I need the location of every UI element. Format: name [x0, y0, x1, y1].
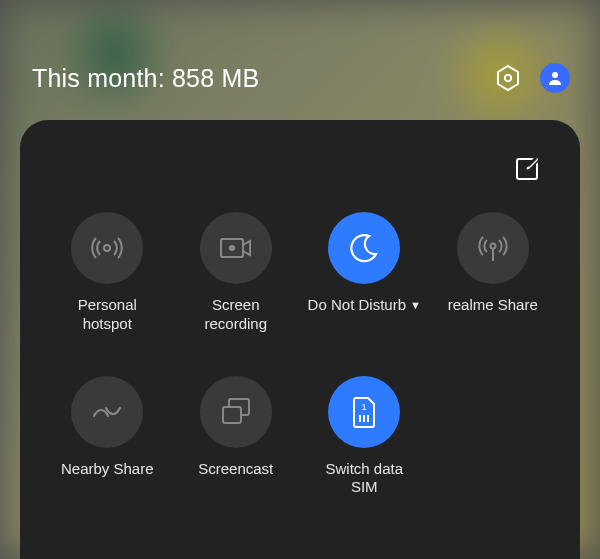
tile-circle: [200, 376, 272, 448]
tile-label: Do Not Disturb▼: [308, 296, 421, 315]
tile-screencast[interactable]: Screencast: [175, 376, 298, 498]
hexagon-settings-icon: [494, 64, 522, 92]
svg-point-1: [505, 75, 511, 81]
status-header: This month: 858 MB: [0, 60, 600, 96]
tile-label: Personal hotspot: [78, 296, 137, 334]
tile-nearby-share[interactable]: Nearby Share: [46, 376, 169, 498]
svg-point-4: [104, 245, 110, 251]
screen-recording-icon: [219, 235, 253, 261]
tile-label: realme Share: [448, 296, 538, 315]
tile-circle: [71, 212, 143, 284]
person-icon: [547, 70, 563, 86]
svg-marker-0: [498, 66, 518, 90]
dropdown-caret-icon: ▼: [410, 299, 421, 311]
panel-actions: [40, 144, 560, 186]
hotspot-icon: [90, 231, 124, 265]
svg-point-6: [229, 245, 235, 251]
screencast-icon: [219, 397, 253, 427]
quick-settings-panel: Personal hotspot Screen recording Do Not…: [20, 120, 580, 559]
edit-tiles-button[interactable]: [510, 152, 544, 186]
tile-screen-recording[interactable]: Screen recording: [175, 212, 298, 334]
tile-circle: 1: [328, 376, 400, 448]
tiles-grid: Personal hotspot Screen recording Do Not…: [40, 186, 560, 497]
tile-circle: [328, 212, 400, 284]
tile-do-not-disturb[interactable]: Do Not Disturb▼: [303, 212, 426, 334]
sim-icon: 1: [350, 395, 378, 429]
tile-circle: [71, 376, 143, 448]
tile-label: Screen recording: [204, 296, 267, 334]
settings-hex-button[interactable]: [490, 60, 526, 96]
profile-button[interactable]: [540, 63, 570, 93]
tile-switch-data-sim[interactable]: 1 Switch data SIM: [303, 376, 426, 498]
svg-text:1: 1: [362, 402, 367, 412]
svg-point-2: [552, 72, 558, 78]
data-usage-title[interactable]: This month: 858 MB: [32, 64, 490, 93]
tile-circle: [200, 212, 272, 284]
tile-realme-share[interactable]: realme Share: [432, 212, 555, 334]
edit-icon: [514, 156, 540, 182]
moon-icon: [348, 232, 380, 264]
svg-rect-10: [223, 407, 241, 423]
nearby-share-icon: [90, 400, 124, 424]
tile-personal-hotspot[interactable]: Personal hotspot: [46, 212, 169, 334]
tile-label: Nearby Share: [61, 460, 154, 479]
tile-label: Switch data SIM: [325, 460, 403, 498]
tile-label: Screencast: [198, 460, 273, 479]
svg-point-7: [490, 244, 495, 249]
realme-share-icon: [476, 231, 510, 265]
tile-circle: [457, 212, 529, 284]
